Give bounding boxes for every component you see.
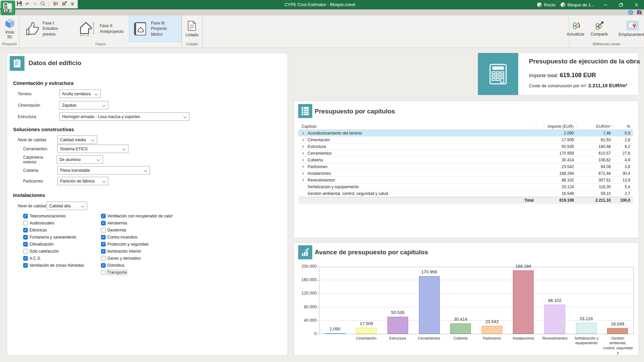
y-tick-label: 160.000 [294,277,317,282]
house-sketch-icon [79,21,97,37]
expand-chevron-icon[interactable] [301,132,304,134]
table-row-estructura[interactable]: Estructura50.535180,488,2 [298,143,633,150]
checkbox-unchecked-icon[interactable] [101,270,106,275]
checkbox-checked-icon[interactable]: ✓ [23,242,28,247]
table-row-se-alizaci-n-y-equipamiento[interactable]: Señalización y equipamiento33.124118,305… [298,184,633,190]
checkbox-item-fontaner-a-y-saneamiento[interactable]: ✓Fontanería y saneamiento [23,234,84,241]
table-row-revestimientos[interactable]: Revestimientos86.102307,5113,9 [298,177,633,184]
bimserver-rings-icon [52,1,58,6]
expand-chevron-icon[interactable] [301,152,304,154]
chapter-name: Estructura [308,144,326,149]
x-category-label: Señalización y equipamiento [571,336,602,355]
particiones-dropdown[interactable]: Partición de fábrica [57,177,108,185]
checkbox-checked-icon[interactable]: ✓ [23,235,28,240]
checkbox-checked-icon[interactable]: ✓ [101,235,106,240]
expand-chevron-icon[interactable] [301,172,304,174]
checkbox-checked-icon[interactable]: ✓ [23,228,28,232]
checkbox-item-a-c-s[interactable]: ✓A.C.S. [23,255,84,262]
instalaciones-nivel-dropdown[interactable]: Calidad alta [47,202,87,210]
checkbox-item-gases-y-derivados[interactable]: Gases y derivados [101,255,173,262]
carpinteria-dropdown[interactable]: De aluminio [57,155,103,164]
expand-chevron-icon[interactable] [301,145,304,148]
checkbox-item-aerotermia[interactable]: ✓Aerotermia [101,219,173,226]
table-row-cimentaci-n[interactable]: Cimentación17.50962,532,8 [298,137,633,143]
checkbox-checked-icon[interactable]: ✓ [101,242,106,247]
close-button[interactable] [629,0,644,9]
search-button[interactable] [40,1,45,7]
project-name: Bloque de 1... [568,2,594,7]
bar-se-alizaci-n-y-equipamiento [576,323,597,334]
nivel-calidad-value: Calidad media [60,138,86,142]
fase-3-button-selected[interactable]: Fase III: Proyecto básico [129,16,181,42]
checkbox-checked-icon[interactable]: ✓ [23,263,28,268]
expand-chevron-icon[interactable] [301,165,304,168]
checkbox-item-el-ctricas[interactable]: ✓Eléctricas [23,226,84,234]
checkbox-unchecked-icon[interactable] [101,256,106,261]
checkbox-unchecked-icon[interactable] [101,228,106,232]
user-badge[interactable]: Rocío [537,2,555,7]
cimentacion-dropdown[interactable]: Zapatas [59,101,108,109]
checkbox-item-geotermia[interactable]: Geotermia [101,226,173,234]
expand-chevron-icon[interactable] [301,178,304,181]
restore-button[interactable] [613,0,629,9]
minimize-button[interactable] [598,0,613,9]
toolbar-divider [49,2,49,7]
cerramientos-dropdown[interactable]: Sistema ETICS [57,145,128,153]
checkbox-unchecked-icon[interactable] [23,249,28,254]
table-row-acondicionamiento-del-terreno[interactable]: Acondicionamiento del terreno2.0907,460,… [298,130,633,137]
table-row-instalaciones[interactable]: Instalaciones188.284672,4430,4 [298,170,633,177]
checkbox-item-climatizaci-n[interactable]: ✓Climatización [23,241,84,248]
checkbox-item-contra-incendios[interactable]: ✓Contra incendios [101,234,173,241]
fase-1-button[interactable]: Fase I: Estudios previos [22,16,74,42]
toolbar-overflow-button[interactable] [70,1,74,7]
vista-3d-button[interactable]: Vista 3D [2,16,17,42]
compartir-button[interactable]: Compartir [588,16,611,42]
checkbox-checked-icon[interactable]: ✓ [101,221,106,225]
checkbox-item-ventilaci-n-con-recuperador-de-calor[interactable]: ✓Ventilación con recuperador de calor [101,212,173,219]
estructura-dropdown[interactable]: Hormigón armado - Losa maciza y soportes [59,112,190,121]
chapter-pct: 3,8 [613,164,633,169]
checkbox-unchecked-icon[interactable] [23,221,28,225]
checkbox-item-ventilaci-n-de-zonas-h-medas[interactable]: ✓Ventilación de zonas húmedas [23,262,84,269]
bar-gesti-n-ambiental-control-seguridad-y [607,328,628,334]
y-tick-label: 40.000 [294,318,317,323]
nivel-calidad-dropdown[interactable]: Calidad media [57,136,97,144]
table-row-cerramientos[interactable]: Cerramientos170.959610,5727,6 [298,150,633,157]
redo-button[interactable]: ↷ [33,2,37,7]
checkbox-checked-icon[interactable]: ✓ [101,214,106,218]
checkbox-checked-icon[interactable]: ✓ [23,214,28,218]
y-tick-mark [317,307,319,308]
checkbox-item-dom-tica[interactable]: ✓Domótica [101,262,173,269]
bimserver-sync-button[interactable] [52,1,58,8]
checkbox-label: Fontanería y saneamiento [30,235,76,240]
checkbox-checked-icon[interactable]: ✓ [101,263,106,268]
bimserver-share-button[interactable] [61,1,67,8]
expand-chevron-icon[interactable] [301,158,304,161]
save-button[interactable] [17,1,22,7]
group-label-listado: Listado [182,42,202,48]
expand-chevron-icon[interactable] [301,138,304,141]
table-row-particiones[interactable]: Particiones23.54284,083,8 [298,163,633,170]
terreno-dropdown[interactable]: Arcilla semidura [59,90,101,98]
checkbox-item-audiovisuales[interactable]: Audiovisuales [23,219,84,226]
checkbox-checked-icon[interactable]: ✓ [23,256,28,261]
fase-2-button[interactable]: Fase II: Anteproyecto [76,16,127,42]
checkbox-item-solo-calefacci-n[interactable]: Solo calefacción [23,248,84,255]
emplazamiento-button[interactable]: Emplazamiento [616,16,644,42]
app-menu-button[interactable]: $ [1,1,15,15]
actualizar-button[interactable]: Actualizar [564,16,587,42]
cubierta-dropdown[interactable]: Plana transitable [57,166,150,174]
undo-button[interactable]: ↶ [25,2,30,7]
listado-button[interactable]: Listado [183,16,201,42]
checkbox-item-iluminaci-n-interior[interactable]: ✓Iluminación interior [101,248,173,255]
checkbox-item-protecci-n-y-seguridad[interactable]: ✓Protección y seguridad [101,241,173,248]
checkbox-checked-icon[interactable]: ✓ [101,249,106,254]
table-row-cubierta[interactable]: Cubierta30.414108,624,9 [298,157,633,163]
x-category-label [319,336,351,355]
checkbox-item-transporte[interactable]: Transporte [101,269,173,276]
checkbox-item-telecomunicaciones[interactable]: ✓Telecomunicaciones [23,212,84,219]
chapter-importe: 30.414 [536,158,577,162]
table-row-gesti-n-ambiental-control-seguridad-y-salud[interactable]: Gestión ambiental, control, seguridad y … [298,190,633,197]
chevron-down-icon [102,179,106,183]
project-badge[interactable]: Bloque de 1... [560,2,594,7]
